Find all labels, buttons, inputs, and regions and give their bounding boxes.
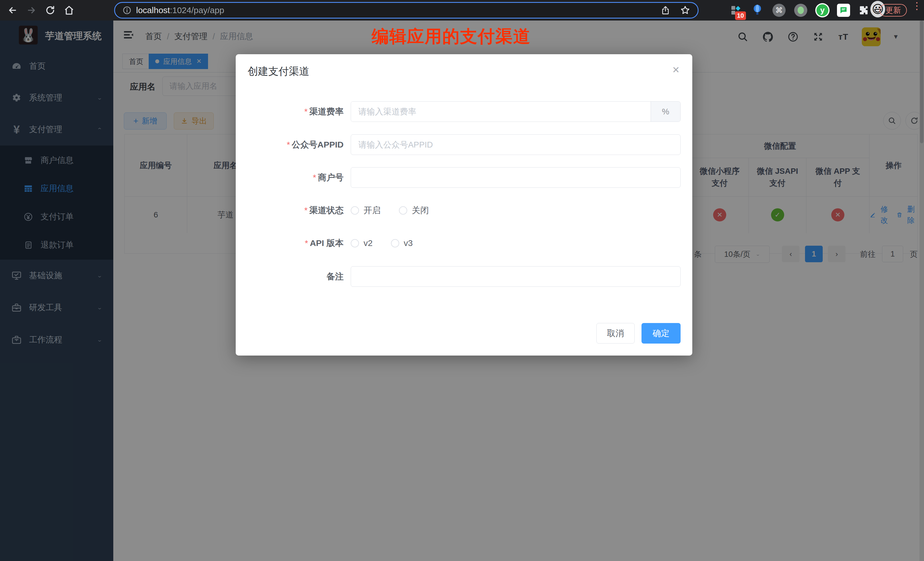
field-row-api-version: API 版本 v2 v3: [236, 233, 692, 254]
cancel-button[interactable]: 取消: [596, 323, 634, 344]
merchant-label: 商户号: [236, 167, 344, 188]
api-version-label: API 版本: [236, 233, 344, 254]
create-pay-channel-dialog: 创建支付渠道 ✕ 渠道费率 % 公众号APPID 商户号 渠道状态: [236, 54, 692, 356]
appid-input[interactable]: [351, 134, 681, 155]
extension-balloon-icon[interactable]: [750, 3, 765, 18]
status-label: 渠道状态: [236, 200, 344, 220]
close-icon[interactable]: ✕: [672, 64, 680, 75]
extension-chat-icon[interactable]: [836, 3, 851, 18]
extensions-puzzle-icon[interactable]: [856, 3, 871, 18]
extension-y-icon[interactable]: y: [815, 3, 830, 18]
radio-circle-icon: [351, 206, 359, 214]
site-info-icon[interactable]: [122, 6, 132, 15]
radio-circle-icon: [399, 206, 407, 214]
bookmark-star-icon[interactable]: [680, 5, 690, 15]
annotation-text: 编辑应用的支付渠道: [372, 25, 531, 48]
share-icon[interactable]: [661, 5, 670, 15]
rate-label: 渠道费率: [236, 101, 344, 122]
field-row-appid: 公众号APPID: [236, 134, 692, 155]
address-bar[interactable]: localhost:1024/pay/app: [114, 2, 699, 18]
app-viewport: 🐰 芋道管理系统 首页 系统管理 ⌄ ¥ 支付管理 ⌄: [0, 21, 924, 561]
browser-home-icon[interactable]: [63, 4, 75, 16]
dialog-title: 创建支付渠道: [248, 64, 309, 78]
confirm-button[interactable]: 确定: [642, 323, 681, 344]
url-text: localhost:1024/pay/app: [136, 5, 224, 15]
field-row-merchant: 商户号: [236, 167, 692, 188]
browser-forward-icon[interactable]: [25, 4, 38, 16]
remark-input[interactable]: [351, 266, 681, 287]
browser-chrome: localhost:1024/pay/app 10 ⌘ y 😃 更新: [0, 0, 924, 21]
radio-circle-icon: [391, 239, 399, 248]
rate-input[interactable]: [351, 102, 651, 122]
field-row-status: 渠道状态 开启 关闭: [236, 200, 692, 220]
extension-badge: 10: [735, 11, 746, 20]
extension-grid-icon[interactable]: 10: [728, 3, 743, 18]
appid-label: 公众号APPID: [236, 134, 344, 155]
browser-menu-icon[interactable]: ⋮: [912, 3, 919, 8]
extension-dot-icon[interactable]: [793, 3, 808, 18]
api-v3-radio[interactable]: v3: [391, 238, 413, 248]
merchant-input[interactable]: [351, 167, 681, 188]
remark-label: 备注: [236, 266, 344, 287]
field-row-rate: 渠道费率 %: [236, 101, 692, 122]
browser-reload-icon[interactable]: [44, 4, 57, 16]
extension-command-icon[interactable]: ⌘: [772, 3, 786, 18]
browser-update-button[interactable]: 更新: [879, 4, 907, 16]
field-row-remark: 备注: [236, 266, 692, 287]
status-on-radio[interactable]: 开启: [351, 205, 381, 216]
browser-back-icon[interactable]: [6, 4, 19, 16]
status-off-radio[interactable]: 关闭: [399, 205, 429, 216]
api-v2-radio[interactable]: v2: [351, 238, 373, 248]
rate-suffix: %: [651, 102, 680, 122]
radio-circle-icon: [351, 239, 359, 248]
